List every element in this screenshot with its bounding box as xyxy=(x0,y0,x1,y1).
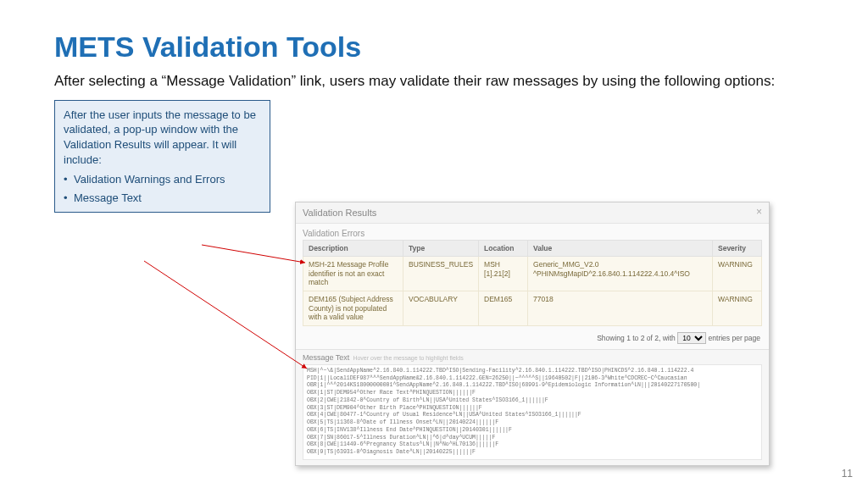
pager-prefix: Showing 1 to 2 of 2, with xyxy=(597,334,676,342)
message-text-label: Message TextHover over the message to hi… xyxy=(303,353,762,362)
validation-errors-table: Description Type Location Value Severity… xyxy=(303,240,762,326)
callout-box: After the user inputs the message to be … xyxy=(54,100,270,213)
svg-line-1 xyxy=(144,261,307,369)
svg-line-0 xyxy=(202,245,305,263)
pager: Showing 1 to 2 of 2, with 10 entries per… xyxy=(296,330,769,349)
close-icon[interactable]: × xyxy=(756,206,762,218)
table-row: MSH-21 Message Profile identifier is not… xyxy=(303,257,762,291)
col-severity: Severity xyxy=(713,241,762,257)
page-number: 11 xyxy=(842,468,853,480)
cell-type: BUSINESS_RULES xyxy=(403,257,479,291)
validation-results-popup: Validation Results × Validation Errors D… xyxy=(295,202,770,466)
callout-bullet: Validation Warnings and Errors xyxy=(64,170,261,189)
cell-sev: WARNING xyxy=(713,257,762,291)
message-text-hint: Hover over the message to highlight fiel… xyxy=(353,355,463,361)
cell-desc: DEM165 (Subject Address County) is not p… xyxy=(303,291,403,325)
callout-lead: After the user inputs the message to be … xyxy=(64,108,261,167)
col-type: Type xyxy=(403,241,479,257)
page-title: METS Validation Tools xyxy=(54,30,814,64)
cell-loc: MSH [1].21[2] xyxy=(479,257,528,291)
table-row: DEM165 (Subject Address County) is not p… xyxy=(303,291,762,325)
validation-errors-label: Validation Errors xyxy=(296,224,769,240)
cell-sev: WARNING xyxy=(713,291,762,325)
message-text-body: MSH|^~\&|SendAppName^2.16.840.1.114222.T… xyxy=(303,364,762,460)
col-description: Description xyxy=(303,241,403,257)
col-value: Value xyxy=(528,241,713,257)
intro-text: After selecting a “Message Validation” l… xyxy=(54,72,800,92)
cell-value: Generic_MMG_V2.0 ^PHINMsgMapID^2.16.840.… xyxy=(528,257,713,291)
cell-desc: MSH-21 Message Profile identifier is not… xyxy=(303,257,403,291)
col-location: Location xyxy=(479,241,528,257)
pager-suffix: entries per page xyxy=(709,334,760,342)
popup-header: Validation Results × xyxy=(296,202,769,224)
cell-type: VOCABULARY xyxy=(403,291,479,325)
callout-bullet: Message Text xyxy=(64,189,261,208)
entries-per-page-select[interactable]: 10 xyxy=(677,332,706,344)
cell-loc: DEM165 xyxy=(479,291,528,325)
cell-value: 77018 xyxy=(528,291,713,325)
popup-title: Validation Results xyxy=(303,208,376,218)
